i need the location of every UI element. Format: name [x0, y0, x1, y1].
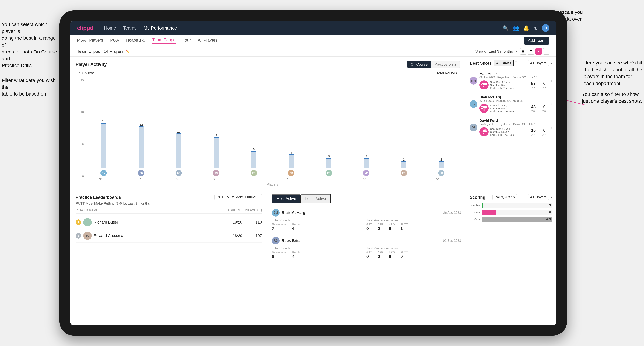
practice-values-1: GTT 0 APP 0 ARG 0 [366, 223, 461, 231]
tab-tour[interactable]: Tour [182, 38, 191, 43]
list-view-button[interactable]: ☰ [528, 48, 534, 54]
tab-pgat-players[interactable]: PGAT Players [77, 38, 103, 43]
shot-card-2[interactable]: BM Blair McHarg 23 Jul 2023 · Aldridge G… [470, 92, 552, 116]
scoring-dropdown-arrow[interactable]: ▾ [519, 195, 520, 199]
all-shots-tab[interactable]: All Shots [494, 60, 514, 66]
shot-metric-2: 43 yds [528, 105, 539, 112]
all-players-arrow-icon[interactable]: ▾ [551, 61, 552, 65]
add-team-button[interactable]: Add Team [524, 36, 550, 44]
x-axis-label: Players [85, 181, 460, 186]
y-label-5: 5 [82, 143, 84, 146]
scoring-players-arrow[interactable]: ▾ [551, 195, 552, 199]
bar-top-8 [364, 158, 369, 159]
best-shots-panel: Best Shots All Shots ▾ All Players ▾ MM … [466, 57, 556, 191]
card-view-button[interactable]: ♥ [536, 48, 542, 54]
arg-stat-1: ARG 0 [389, 223, 395, 231]
putt-stat-2: PUTT 0 [400, 251, 408, 259]
team-header-right: Show: Last 3 months ▾ ⊞ ☰ ♥ ≡ [475, 48, 550, 54]
user-avatar[interactable]: U [542, 24, 550, 32]
tab-pga[interactable]: PGA [110, 38, 119, 43]
bar-fill-6 [289, 154, 294, 168]
practice-drills-toggle[interactable]: Practice Drills [431, 61, 460, 68]
col-pb-avg: PB AVG SQ [244, 208, 262, 212]
on-course-toggle[interactable]: On Course [407, 61, 431, 68]
scoring-header: Scoring Par 3, 4 & 5s ▾ All Players ▾ [470, 194, 552, 200]
bars-container: 13 12 [85, 77, 460, 169]
bar-name-10: L. Robertson [424, 177, 460, 181]
birdies-bar-fill [482, 210, 496, 215]
lb-rank-1: 1 [76, 219, 81, 225]
shot-card-1[interactable]: MM Matt Miller 09 Jun 2023 · Royal North… [470, 69, 552, 92]
active-stats-2: Total Rounds Tournament 8 Practice 4 [272, 247, 461, 259]
bar-value-4: 9 [216, 134, 217, 137]
all-players-select[interactable]: All Players [528, 60, 549, 66]
avatar-1: BM [86, 170, 121, 176]
rounds-label-2: Total Rounds [272, 247, 366, 250]
bell-icon[interactable]: 🔔 [523, 25, 530, 31]
practice-dropdown[interactable]: PUTT Must Make Putting ... [214, 194, 262, 200]
active-player-avatar-1: BM [272, 209, 280, 216]
shot-avatar-1: MM [470, 77, 478, 85]
shot-avatar-2: BM [470, 100, 478, 108]
shot-date-course-2: 23 Jul 2023 · Aldridge GC, Hole 15 [480, 99, 549, 102]
top-navigation: clippd Home Teams My Performance 🔍 👥 🔔 ⊕… [70, 21, 556, 35]
shot-chevron-3[interactable]: › [551, 125, 552, 130]
bar-group-6: 4 [274, 151, 309, 168]
time-period-select[interactable]: Last 3 months [489, 49, 513, 54]
scoring-par-dropdown[interactable]: Par 3, 4 & 5s [492, 194, 517, 200]
chevron-down-icon[interactable]: ▾ [516, 49, 517, 53]
search-icon[interactable]: 🔍 [502, 25, 509, 31]
edit-icon[interactable]: ✏️ [126, 49, 130, 53]
most-active-tab[interactable]: Most Active [272, 194, 301, 203]
avatar-2: BB [123, 170, 159, 176]
bar-value-2: 12 [140, 123, 143, 126]
team-header: Team Clippd | 14 Players ✏️ Show: Last 3… [70, 46, 556, 57]
lb-rank-2: 2 [76, 233, 81, 238]
most-active-panel: Most Active Least Active BM Blair McHarg… [268, 191, 466, 325]
chart-with-yaxis: 15 10 5 0 13 [76, 77, 460, 186]
bar-name-5: E. Ebert [236, 177, 272, 181]
birdies-bar-container: 96 [482, 210, 552, 215]
tab-all-players[interactable]: All Players [198, 38, 218, 43]
dropdown-arrow-icon[interactable]: ▾ [458, 71, 460, 75]
add-circle-icon[interactable]: ⊕ [534, 25, 538, 31]
shot-info-2: Blair McHarg 23 Jul 2023 · Aldridge GC, … [480, 95, 549, 113]
team-name: Team Clippd | 14 Players ✏️ [77, 49, 130, 54]
lb-row-2: 2 EC Edward Crossman 18/20 107 [76, 229, 262, 243]
bar-top-9 [402, 161, 406, 162]
practice-activities-section-1: Total Practice Activities GTT 0 APP 0 [366, 219, 461, 231]
nav-home[interactable]: Home [104, 25, 116, 31]
table-view-button[interactable]: ≡ [543, 48, 550, 54]
annotation-filter-player: You can also filter to showjust one play… [582, 91, 642, 105]
bar-fill-1 [101, 123, 106, 168]
bar-value-1: 13 [102, 120, 105, 123]
bar-name-1: B. McHarg [85, 177, 121, 181]
total-rounds-section-2: Total Rounds Tournament 8 Practice 4 [272, 247, 366, 259]
total-rounds-section-1: Total Rounds Tournament 7 Practice 6 [272, 219, 366, 231]
shot-stats-1: 200 SG Shot Dist: 67 yds Start Lie: Roug… [480, 80, 549, 89]
bottom-left-panels: Practice Leaderboards PUTT Must Make Put… [70, 191, 466, 325]
active-player-date-1: 26 Aug 2023 [443, 211, 461, 215]
tab-hcaps[interactable]: Hcaps 1-5 [126, 38, 145, 43]
shot-chevron-2[interactable]: › [551, 102, 552, 107]
tab-team-clippd[interactable]: Team Clippd [152, 37, 176, 43]
bar-value-3: 10 [177, 130, 180, 133]
least-active-tab[interactable]: Least Active [301, 194, 330, 203]
col-pb-score: PB SCORE [224, 208, 241, 212]
scoring-bars: Eagles 3 Birdies 96 [470, 203, 552, 322]
scoring-players-dropdown[interactable]: All Players [528, 194, 549, 200]
nav-my-performance[interactable]: My Performance [144, 25, 177, 31]
shot-dist-2: Shot Dist: 43 yds Start Lie: Rough End L… [490, 104, 527, 113]
shot-dist-3: Shot Dist: 16 yds Start Lie: Rough End L… [490, 127, 527, 136]
shot-card-3[interactable]: DF David Ford 24 Aug 2023 · Royal North … [470, 116, 552, 139]
shot-chevron-1[interactable]: › [551, 78, 552, 83]
app-stat-1: APP 0 [378, 223, 383, 231]
grid-view-button[interactable]: ⊞ [520, 48, 526, 54]
bar-fill-7 [326, 158, 331, 168]
tournament-stat-2: Tournament 8 [272, 251, 287, 259]
app-stat-2: APP 0 [378, 251, 383, 259]
users-icon[interactable]: 👥 [513, 25, 519, 31]
nav-logo: clippd [77, 25, 94, 31]
bar-fill-10 [439, 161, 444, 168]
nav-teams[interactable]: Teams [123, 25, 137, 31]
